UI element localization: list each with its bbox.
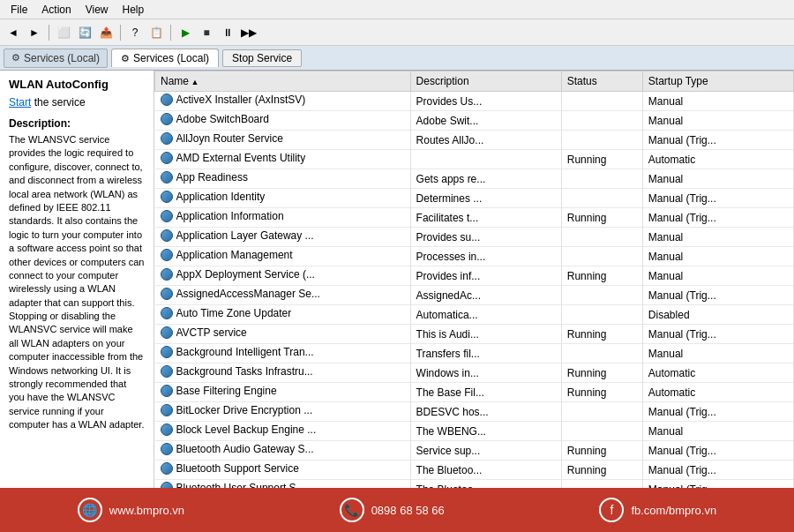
service-name-text: Background Intelligent Tran... bbox=[176, 346, 314, 358]
stop-button[interactable]: ■ bbox=[197, 23, 216, 42]
footer-bar: 🌐 www.bmpro.vn 📞 0898 68 58 66 f fb.com/… bbox=[0, 488, 794, 532]
cell-name: Application Identity bbox=[155, 189, 411, 208]
table-row[interactable]: ActiveX Installer (AxInstSV) Provides Us… bbox=[155, 92, 794, 111]
service-name-text: Base Filtering Engine bbox=[176, 385, 277, 397]
col-description[interactable]: Description bbox=[410, 71, 561, 92]
stop-service-button[interactable]: Stop Service bbox=[222, 49, 302, 67]
cell-name: Application Information bbox=[155, 208, 411, 228]
cell-name: Bluetooth User Support S... bbox=[155, 480, 411, 489]
col-status[interactable]: Status bbox=[561, 71, 642, 92]
restart-button[interactable]: ▶▶ bbox=[239, 23, 258, 42]
table-row[interactable]: App Readiness Gets apps re...Manual bbox=[155, 169, 794, 189]
cell-description: This is Audi... bbox=[410, 325, 561, 344]
cell-description bbox=[410, 150, 561, 169]
cell-startup: Manual bbox=[642, 247, 793, 266]
table-row[interactable]: Adobe SwitchBoard Adobe Swit...Manual bbox=[155, 111, 794, 131]
copy-button[interactable]: ⬜ bbox=[54, 23, 73, 42]
cell-status bbox=[561, 286, 642, 305]
table-row[interactable]: AMD External Events Utility RunningAutom… bbox=[155, 150, 794, 169]
right-panel: Name Description Status Startup Type Act… bbox=[154, 71, 794, 488]
table-row[interactable]: Bluetooth Support Service The Bluetoo...… bbox=[155, 461, 794, 480]
menu-bar: File Action View Help bbox=[0, 0, 794, 19]
col-startup[interactable]: Startup Type bbox=[642, 71, 793, 92]
service-row-icon bbox=[161, 346, 173, 358]
cell-startup: Manual bbox=[642, 266, 793, 286]
col-name[interactable]: Name bbox=[155, 71, 411, 92]
service-row-icon bbox=[161, 268, 173, 281]
sidebar-label-text: Services (Local) bbox=[24, 52, 100, 64]
toolbar: ◄ ► ⬜ 🔄 📤 ? 📋 ▶ ■ ⏸ ▶▶ bbox=[0, 19, 794, 46]
table-row[interactable]: AllJoyn Router Service Routes AllJo...Ma… bbox=[155, 131, 794, 150]
service-row-icon bbox=[161, 462, 173, 475]
table-row[interactable]: BitLocker Drive Encryption ... BDESVC ho… bbox=[155, 402, 794, 422]
table-row[interactable]: AssignedAccessManager Se... AssignedAc..… bbox=[155, 286, 794, 305]
service-row-icon bbox=[161, 152, 173, 164]
service-name-text: AppX Deployment Service (... bbox=[176, 268, 315, 281]
cell-description: Routes AllJo... bbox=[410, 131, 561, 150]
cell-description: Determines ... bbox=[410, 189, 561, 208]
pause-button[interactable]: ⏸ bbox=[218, 23, 237, 42]
main-area: WLAN AutoConfig Start the service Descri… bbox=[0, 71, 794, 488]
info-button[interactable]: 📋 bbox=[146, 23, 166, 42]
cell-description: Transfers fil... bbox=[410, 344, 561, 363]
service-row-icon bbox=[161, 326, 173, 339]
services-table-scroll[interactable]: Name Description Status Startup Type Act… bbox=[154, 71, 794, 488]
table-row[interactable]: Background Tasks Infrastru... Windows in… bbox=[155, 363, 794, 383]
export-button[interactable]: 📤 bbox=[96, 23, 116, 42]
cell-startup: Manual (Trig... bbox=[642, 131, 793, 150]
cell-status bbox=[561, 228, 642, 247]
table-row[interactable]: Auto Time Zone Updater Automatica...Disa… bbox=[155, 305, 794, 325]
menu-help[interactable]: Help bbox=[116, 2, 152, 18]
cell-name: Adobe SwitchBoard bbox=[155, 111, 411, 131]
separator-2 bbox=[120, 25, 121, 41]
cell-status bbox=[561, 131, 642, 150]
cell-name: AppX Deployment Service (... bbox=[155, 266, 411, 286]
service-row-icon bbox=[161, 443, 173, 455]
cell-status bbox=[561, 480, 642, 489]
menu-action[interactable]: Action bbox=[34, 2, 78, 18]
tab-services-local[interactable]: ⚙ Services (Local) bbox=[111, 49, 219, 67]
table-row[interactable]: Application Information Facilitates t...… bbox=[155, 208, 794, 228]
table-row[interactable]: AppX Deployment Service (... Provides in… bbox=[155, 266, 794, 286]
cell-startup: Automatic bbox=[642, 150, 793, 169]
service-row-icon bbox=[161, 249, 173, 261]
table-row[interactable]: Application Management Processes in...Ma… bbox=[155, 247, 794, 266]
service-name-text: AllJoyn Router Service bbox=[176, 132, 283, 145]
cell-startup: Manual (Trig... bbox=[642, 189, 793, 208]
menu-file[interactable]: File bbox=[4, 2, 34, 18]
cell-name: Application Management bbox=[155, 247, 411, 266]
cell-description: The Base Fil... bbox=[410, 383, 561, 402]
services-table: Name Description Status Startup Type Act… bbox=[154, 71, 794, 488]
table-row[interactable]: AVCTP service This is Audi...RunningManu… bbox=[155, 325, 794, 344]
start-service-link[interactable]: Start bbox=[9, 96, 31, 109]
cell-name: Base Filtering Engine bbox=[155, 383, 411, 402]
table-row[interactable]: Block Level Backup Engine ... The WBENG.… bbox=[155, 422, 794, 441]
back-button[interactable]: ◄ bbox=[4, 23, 23, 42]
tab-icon: ⚙ bbox=[121, 53, 130, 64]
table-row[interactable]: Application Identity Determines ...Manua… bbox=[155, 189, 794, 208]
table-row[interactable]: Background Intelligent Tran... Transfers… bbox=[155, 344, 794, 363]
service-name-text: AssignedAccessManager Se... bbox=[176, 288, 320, 300]
help-button[interactable]: ? bbox=[125, 23, 145, 42]
service-name-text: ActiveX Installer (AxInstSV) bbox=[176, 94, 306, 106]
refresh-button[interactable]: 🔄 bbox=[75, 23, 94, 42]
cell-startup: Manual (Trig... bbox=[642, 402, 793, 422]
service-row-icon bbox=[161, 171, 173, 184]
tab-label: Services (Local) bbox=[133, 52, 209, 64]
service-row-icon bbox=[161, 288, 173, 300]
table-row[interactable]: Base Filtering Engine The Base Fil...Run… bbox=[155, 383, 794, 402]
menu-view[interactable]: View bbox=[79, 2, 116, 18]
cell-description: Windows in... bbox=[410, 363, 561, 383]
separator-1 bbox=[49, 25, 49, 41]
service-name-text: Background Tasks Infrastru... bbox=[176, 365, 313, 378]
forward-button[interactable]: ► bbox=[25, 23, 44, 42]
service-name-text: Bluetooth Audio Gateway S... bbox=[176, 443, 314, 455]
cell-startup: Manual bbox=[642, 344, 793, 363]
table-row[interactable]: Bluetooth Audio Gateway S... Service sup… bbox=[155, 441, 794, 461]
play-button[interactable]: ▶ bbox=[176, 23, 195, 42]
table-row[interactable]: Application Layer Gateway ... Provides s… bbox=[155, 228, 794, 247]
table-row[interactable]: Bluetooth User Support S... The Bluetoo.… bbox=[155, 480, 794, 489]
separator-3 bbox=[170, 25, 171, 41]
cell-status bbox=[561, 169, 642, 189]
service-name-text: AMD External Events Utility bbox=[176, 152, 306, 164]
